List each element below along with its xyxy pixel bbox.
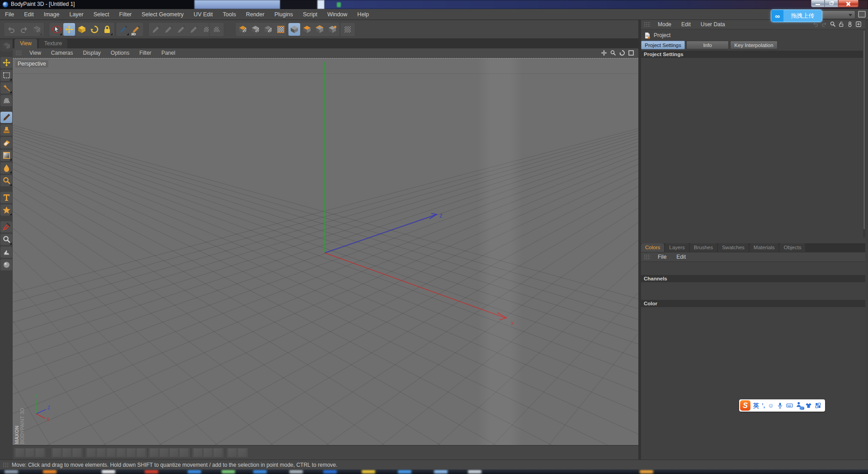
sphere-preview-tool[interactable] [0,259,12,270]
colors-menu-edit[interactable]: Edit [671,252,691,262]
uv-grid-icon[interactable] [275,23,287,36]
menu-image[interactable]: Image [39,9,65,20]
tab-colors[interactable]: Colors [641,243,664,252]
tab-key-interpolation[interactable]: Key Interpolation [730,41,778,49]
paint-3d-tool[interactable]: 3D [130,23,142,36]
taskbar-app-icon[interactable] [434,470,448,474]
perspective-3d-canvas[interactable]: Z X Perspective Y Z X [13,58,638,445]
history-back-icon[interactable] [812,21,819,28]
uv-tool-icon[interactable] [127,448,136,457]
vp-menu-view[interactable]: View [24,48,46,58]
coordinates-lock-tool[interactable] [101,23,113,36]
uv-tool-icon[interactable] [228,448,237,457]
uv-tool-icon[interactable] [160,448,169,457]
fill-bucket-tool[interactable] [0,162,12,174]
uv-mesh-cube-icon[interactable] [262,23,274,36]
projection-paint-icon[interactable] [188,23,200,36]
tab-materials[interactable]: Materials [750,243,779,252]
uv-tool-icon[interactable] [213,448,222,457]
projection-paint-icon[interactable] [175,23,187,36]
ime-emoji-icon[interactable]: ☺ [768,402,774,409]
vp-menu-panel[interactable]: Panel [156,48,180,58]
edge-mode-icon[interactable] [314,23,326,36]
magic-wand-tool[interactable] [0,82,12,94]
uv-tool-icon[interactable] [97,448,106,457]
eyedropper-tool[interactable] [0,221,12,232]
ime-toolbox-icon[interactable] [815,402,821,409]
color-zoom-tool[interactable] [0,234,12,245]
search-icon[interactable] [830,21,836,28]
ime-keyboard-icon[interactable] [786,402,793,409]
eraser-tool[interactable] [0,137,12,148]
uv-tool-icon[interactable] [238,448,247,457]
menu-script[interactable]: Script [298,9,322,20]
paint-brush-tool[interactable] [118,23,129,36]
redo-icon[interactable] [18,23,30,36]
taskbar-app-icon[interactable] [362,470,375,474]
projection-painting-tool[interactable] [0,95,12,106]
rotate-tool[interactable] [89,23,100,36]
gradient-tool[interactable] [0,150,12,161]
taskbar-app-icon[interactable] [5,470,18,474]
menu-window[interactable]: Window [322,9,352,20]
menu-edit[interactable]: Edit [19,9,39,20]
taskbar-app-icon[interactable] [188,470,201,474]
uv-tool-icon[interactable] [72,448,81,457]
colors-menu-file[interactable]: File [653,252,671,262]
taskbar-app-icon[interactable] [323,470,337,474]
live-selection-tool[interactable] [51,23,62,36]
screenshot-tool-icon[interactable] [858,11,866,18]
tab-objects[interactable]: Objects [779,243,805,252]
ime-voice-icon[interactable] [777,402,783,409]
scale-tool[interactable] [76,23,88,36]
undo-icon[interactable] [5,23,17,36]
menu-select-geometry[interactable]: Select Geometry [137,9,189,20]
taskbar-app-icon[interactable] [43,470,57,474]
ime-account-icon[interactable]: 17 [796,401,802,410]
raybrush-icon[interactable] [211,23,222,36]
tab-brushes[interactable]: Brushes [690,243,717,252]
ime-skin-icon[interactable] [805,402,812,409]
uv-tool-icon[interactable] [203,448,212,457]
tab-texture[interactable]: Texture [39,39,67,48]
minimize-button[interactable] [811,0,825,7]
clone-stamp-tool[interactable] [0,124,12,136]
brush-tool[interactable] [0,112,12,123]
uv-tool-icon[interactable] [87,448,96,457]
menu-file[interactable]: File [0,9,19,20]
projection-paint-icon[interactable] [163,23,175,36]
toggle-view-icon[interactable] [627,49,635,56]
menu-filter[interactable]: Filter [114,9,137,20]
panel-grip-icon[interactable] [644,22,650,27]
restore-button[interactable] [825,0,838,7]
menu-plugins[interactable]: Plugins [269,9,298,20]
tab-layers[interactable]: Layers [665,243,689,252]
uv-mesh-cube-icon[interactable] [237,23,249,36]
tab-view[interactable]: View [14,39,37,48]
vp-menu-options[interactable]: Options [106,48,134,58]
menu-help[interactable]: Help [352,9,374,20]
ime-punctuation-toggle[interactable]: ’, [762,402,765,409]
menu-uv-edit[interactable]: UV Edit [189,9,217,20]
pan-view-icon[interactable] [600,49,608,56]
dodge-tool[interactable] [0,175,12,186]
point-mode-icon[interactable] [326,23,338,36]
zoom-view-icon[interactable] [609,49,617,56]
taskbar-app-icon[interactable] [640,470,653,474]
drag-upload-button[interactable]: ∞ 拖拽上传 [771,10,822,22]
uv-tool-icon[interactable] [15,448,24,457]
tab-swatches[interactable]: Swatches [718,243,749,252]
uv-tool-icon[interactable] [179,448,189,457]
menu-render[interactable]: Render [241,9,269,20]
uv-tool-icon[interactable] [35,448,44,457]
menu-tools[interactable]: Tools [218,9,241,20]
transform-tool[interactable] [0,57,12,68]
projection-paint-icon[interactable] [150,23,162,36]
taskbar-app-icon[interactable] [145,470,158,474]
panel-grip-icon[interactable] [15,50,22,56]
vp-menu-filter[interactable]: Filter [134,48,156,58]
taskbar-app-icon[interactable] [289,470,303,474]
am-menu-mode[interactable]: Mode [653,20,676,29]
sogou-logo-icon[interactable]: S [740,400,750,411]
uv-tool-icon[interactable] [107,448,116,457]
